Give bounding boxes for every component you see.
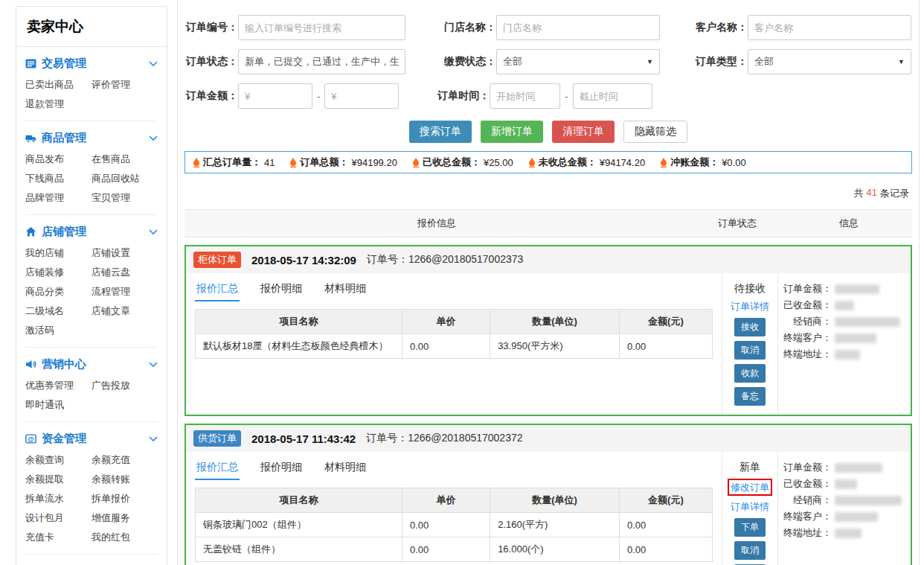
add-order-button[interactable]: 新增订单 [481, 121, 543, 143]
sidebar-item[interactable]: 店铺云盘 [92, 263, 158, 282]
tab-quote-summary[interactable]: 报价汇总 [195, 458, 240, 480]
order-time-label: 订单时间： [436, 89, 490, 103]
tab-quote-detail[interactable]: 报价明细 [259, 458, 304, 480]
sidebar-item[interactable]: 宝贝管理 [92, 188, 158, 208]
chevron-down-icon[interactable] [149, 362, 158, 368]
chevron-down-icon[interactable] [149, 436, 158, 442]
sidebar-item[interactable]: 在售商品 [92, 150, 158, 169]
sidebar-section-shop: 店铺管理 我的店铺 店铺设置 店铺装修 店铺云盘 商品分类 流程管理 二级域名 … [25, 215, 158, 348]
sidebar-item[interactable]: 余额转账 [92, 470, 158, 489]
cell-unit-price: 0.00 [402, 537, 490, 562]
quote-table: 项目名称 单价 数量(单位) 金额(元) 默认板材18厘（材料生态板颜色经典檀木… [195, 309, 713, 359]
customer-name-input[interactable] [748, 15, 911, 40]
tab-quote-summary[interactable]: 报价汇总 [195, 279, 240, 301]
order-detail-link[interactable]: 订单详情 [731, 500, 769, 514]
store-name-filter: 门店名称： [443, 15, 660, 40]
sidebar-item[interactable]: 评价管理 [92, 75, 158, 95]
quote-table-row: 无盖铰链（组件） 0.00 16.000(个) 0.00 [196, 537, 713, 562]
stat-value: ¥94199.20 [351, 157, 397, 168]
tab-quote-detail[interactable]: 报价明细 [259, 279, 304, 301]
order-status-input[interactable] [238, 49, 405, 74]
tab-material-detail[interactable]: 材料明细 [323, 458, 368, 480]
sidebar-item[interactable]: 余额查询 [25, 450, 92, 470]
modify-order-link[interactable]: 修改订单 [731, 482, 769, 493]
sidebar-item[interactable]: 拆单流水 [25, 489, 92, 508]
sidebar-item[interactable]: 激活码 [25, 321, 92, 340]
order-no-input[interactable] [238, 15, 405, 40]
sidebar-item[interactable]: 店铺设置 [92, 243, 158, 263]
start-time-input[interactable] [490, 83, 560, 109]
collect-payment-button[interactable]: 收款 [734, 364, 766, 383]
order-type-value: 全部 [754, 55, 774, 68]
sidebar-section-funds-header[interactable]: @ 资金管理 [25, 432, 158, 446]
sidebar-item[interactable]: 流程管理 [92, 282, 158, 301]
order-list-header: 报价信息 订单状态 信息 [185, 209, 912, 237]
quote-area: 报价汇总 报价明细 材料明细 项目名称 单价 数量(单位) 金额(元) 默认板材… [186, 273, 722, 415]
sidebar-item[interactable]: 二级域名 [25, 301, 92, 321]
flame-icon [660, 157, 667, 167]
sidebar-item[interactable]: 店铺装修 [25, 263, 92, 282]
search-orders-button[interactable]: 搜索订单 [409, 121, 472, 143]
seller-center-title: 卖家中心 [16, 7, 167, 47]
col-header-quantity: 数量(单位) [490, 488, 620, 513]
sidebar-item[interactable]: 我的店铺 [25, 243, 92, 263]
order-type-select[interactable]: 全部 ▼ [748, 49, 911, 74]
sidebar-section-marketing-header[interactable]: 营销中心 [25, 357, 158, 371]
sidebar-item[interactable]: 下线商品 [25, 169, 92, 188]
chevron-down-icon[interactable] [149, 229, 158, 235]
info-label: 经销商： [778, 313, 832, 330]
amount-min-input[interactable] [238, 83, 312, 109]
tab-material-detail[interactable]: 材料明细 [323, 279, 368, 301]
amount-max-input[interactable] [324, 83, 399, 109]
sidebar-item[interactable]: 品牌管理 [25, 188, 92, 208]
speaker-icon [25, 359, 36, 370]
memo-button[interactable]: 备忘 [734, 387, 766, 406]
accept-button[interactable]: 接收 [734, 318, 766, 336]
chevron-down-icon[interactable] [149, 135, 158, 141]
sidebar-item[interactable]: 商品发布 [25, 150, 92, 169]
order-amount-label: 订单金额： [185, 89, 238, 103]
store-name-input[interactable] [496, 15, 660, 40]
sidebar-item[interactable]: 已卖出商品 [25, 75, 92, 95]
sidebar-section-goods-header[interactable]: 商品管理 [25, 131, 158, 145]
sidebar-item[interactable]: 充值卡 [25, 528, 92, 547]
col-header-item-name: 项目名称 [196, 310, 402, 334]
info-label: 终端客户： [778, 508, 832, 525]
cancel-button[interactable]: 取消 [734, 541, 766, 560]
sidebar-item[interactable]: 余额提取 [25, 470, 92, 489]
sidebar-section-funds: @ 资金管理 余额查询 余额充值 余额提取 余额转账 拆单流水 拆单报价 设计包… [25, 422, 158, 555]
customer-name-filter: 客户名称： [694, 15, 911, 40]
sidebar-section-shop-header[interactable]: 店铺管理 [25, 225, 158, 239]
sidebar-item[interactable]: 增值服务 [92, 508, 158, 528]
order-info-column: 订单金额： 已收金额： 经销商： 终端客户： 终端地址： [778, 452, 911, 565]
stat-value: ¥94174.20 [600, 157, 645, 168]
order-status-label: 订单状态： [185, 55, 238, 68]
pay-status-select[interactable]: 全部 ▼ [496, 49, 660, 74]
hide-filters-button[interactable]: 隐藏筛选 [623, 121, 687, 143]
sidebar-item[interactable]: 优惠券管理 [25, 376, 92, 395]
sidebar-item[interactable]: 商品分类 [25, 282, 92, 301]
sidebar-item[interactable]: 我的红包 [92, 528, 158, 547]
sidebar-item[interactable]: 即时通讯 [25, 395, 92, 415]
cell-amount: 0.00 [619, 537, 712, 562]
sidebar-item[interactable]: 拆单报价 [92, 489, 158, 508]
sidebar-item[interactable]: 广告投放 [92, 376, 158, 395]
clean-orders-button[interactable]: 清理订单 [552, 121, 615, 143]
sidebar-item[interactable]: 退款管理 [25, 95, 92, 114]
chevron-down-icon[interactable] [149, 61, 158, 67]
order-type-badge: 柜体订单 [193, 252, 241, 268]
record-count-number: 41 [867, 187, 877, 200]
sidebar-section-trade-header[interactable]: 交易管理 [25, 57, 158, 71]
cancel-button[interactable]: 取消 [734, 341, 766, 360]
sidebar-item[interactable]: 设计包月 [25, 508, 92, 528]
cell-amount: 0.00 [619, 513, 712, 537]
flame-icon [528, 157, 536, 167]
sidebar-item[interactable]: 商品回收站 [92, 169, 158, 188]
action-button-row: 搜索订单 新增订单 清理订单 隐藏筛选 [185, 121, 912, 143]
sidebar-item[interactable]: 余额充值 [92, 450, 158, 470]
cell-unit-price: 0.00 [402, 513, 490, 537]
place-order-button[interactable]: 下单 [734, 518, 766, 537]
end-time-input[interactable] [573, 83, 652, 109]
sidebar-item[interactable]: 店铺文章 [92, 301, 158, 321]
order-detail-link[interactable]: 订单详情 [731, 300, 769, 313]
